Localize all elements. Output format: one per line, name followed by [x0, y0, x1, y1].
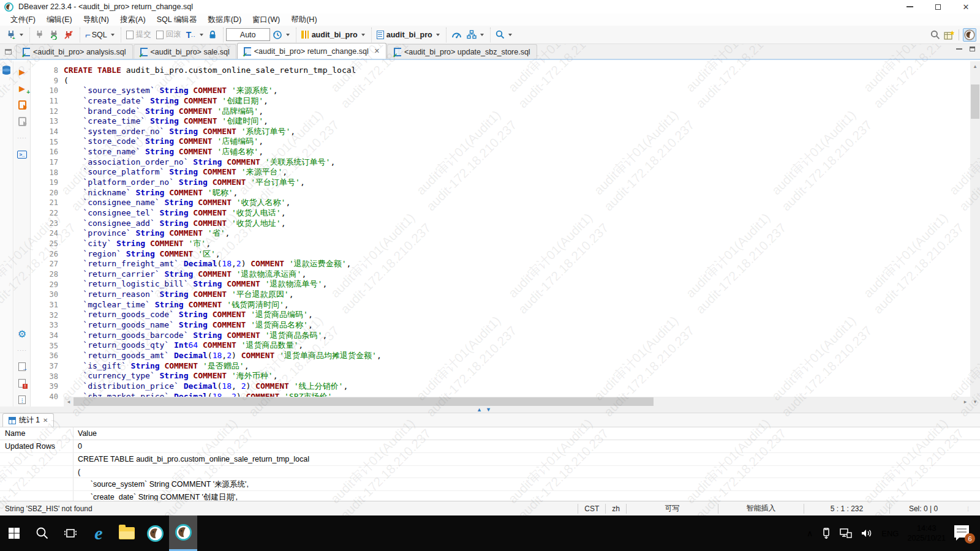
editor-tab-0[interactable]: ✓<audit_bi_pro> analysis.sql: [16, 44, 133, 59]
database-navigator-icon[interactable]: [1, 65, 12, 75]
panel-sash[interactable]: ▲▼: [0, 407, 980, 413]
action-center-button[interactable]: 6: [954, 524, 973, 542]
usb-device-icon[interactable]: [821, 528, 831, 539]
connect-button[interactable]: [32, 29, 47, 40]
schema-selector[interactable]: audit_bi_pro: [374, 29, 442, 40]
column-header-name[interactable]: Name: [0, 427, 74, 440]
connection-selector[interactable]: audit_bi_pro: [299, 29, 368, 40]
vertical-scrollbar[interactable]: ▴ ▾: [970, 61, 980, 407]
clock[interactable]: 14:43 2025/10/21: [907, 523, 946, 543]
result-row-4[interactable]: `create_date` String COMMENT '创建日期',: [0, 491, 980, 501]
window-minimize-button[interactable]: [895, 0, 924, 13]
new-connection-button[interactable]: +: [4, 29, 26, 41]
column-header-value[interactable]: Value: [74, 427, 980, 440]
line-number: 15: [31, 137, 58, 148]
line-number: 11: [31, 96, 58, 107]
rollback-button[interactable]: 回滚: [154, 28, 184, 41]
code-line: `currency_type` String COMMENT '海外币种',: [64, 371, 970, 381]
explain-plan-icon[interactable]: [17, 116, 28, 127]
taskbar-search-button[interactable]: [28, 515, 56, 551]
code-area[interactable]: CREATE TABLE audit_bi_pro.custom_online_…: [64, 61, 970, 397]
menu-item-3[interactable]: 搜索(A): [115, 13, 151, 26]
sash-down-icon[interactable]: ▼: [486, 407, 491, 413]
reconnect-button[interactable]: [47, 29, 61, 41]
dashboard-button[interactable]: [449, 29, 464, 41]
statistics-view-icon[interactable]: ⋮: [17, 394, 28, 405]
open-perspective-icon[interactable]: [944, 30, 955, 40]
window-close-button[interactable]: ✕: [952, 0, 980, 13]
search-menu-button[interactable]: [493, 29, 514, 40]
hscroll-thumb[interactable]: [74, 397, 654, 406]
sitemap-icon: [467, 30, 477, 39]
scroll-left-icon[interactable]: ◂: [64, 397, 74, 407]
sash-up-icon[interactable]: ▲: [477, 407, 482, 413]
result-row-1[interactable]: CREATE TABLE audit_bi_pro.custom_online_…: [0, 453, 980, 466]
dbeaver-taskbar-button[interactable]: [141, 515, 169, 551]
dbeaver-perspective-button[interactable]: [963, 28, 976, 42]
line-number: 8: [31, 66, 58, 76]
menu-item-4[interactable]: SQL 编辑器: [151, 13, 203, 26]
editor-tab-1[interactable]: ✓<audit_bi_pro> sale.sql: [134, 44, 236, 59]
autocommit-combo[interactable]: Auto: [226, 28, 270, 41]
quick-search-icon[interactable]: [930, 30, 940, 40]
sql-editor[interactable]: ▶ ▶+ ···· >_ ⚙ ···· → ! ⋮ 89101112131415…: [0, 61, 980, 407]
internet-explorer-button[interactable]: e: [85, 515, 113, 551]
output-view-icon[interactable]: →: [17, 361, 28, 372]
ie-icon: e: [94, 524, 102, 542]
dbeaver-perspective-icon: [964, 29, 975, 40]
menu-item-1[interactable]: 编辑(E): [41, 13, 78, 26]
close-tab-icon[interactable]: ✕: [43, 417, 48, 424]
statistics-tab[interactable]: 统计 1 ✕: [2, 413, 54, 427]
menu-item-5[interactable]: 数据库(D): [202, 13, 247, 26]
code-line: `mgclear_time` String COMMENT '钱货两清时间',: [64, 300, 970, 310]
settings-gear-icon[interactable]: ⚙: [17, 328, 28, 339]
vscroll-thumb[interactable]: [971, 84, 979, 119]
start-button[interactable]: [0, 515, 28, 551]
window-restore-button[interactable]: [924, 0, 952, 13]
open-console-icon[interactable]: >_: [17, 149, 28, 160]
file-explorer-button[interactable]: [113, 515, 141, 551]
database-connection-icon: [301, 31, 309, 39]
er-diagram-button[interactable]: [464, 29, 486, 40]
menu-item-7[interactable]: 帮助(H): [285, 13, 322, 26]
code-line: `return_reason` String COMMENT '平台退款原因',: [64, 290, 970, 300]
scroll-right-icon[interactable]: ▸: [960, 397, 970, 407]
transaction-log-button[interactable]: T··: [184, 29, 206, 41]
result-row-3[interactable]: `source_system` String COMMENT '来源系统',: [0, 478, 980, 491]
sql-editor-button[interactable]: ⌐ SQL: [83, 28, 117, 41]
transaction-history-button[interactable]: [270, 29, 292, 41]
task-view-button[interactable]: [56, 515, 85, 551]
menu-item-6[interactable]: 窗口(W): [247, 13, 285, 26]
speaker-icon[interactable]: [861, 528, 873, 539]
menu-item-2[interactable]: 导航(N): [78, 13, 115, 26]
menu-item-0[interactable]: 文件(F): [5, 13, 41, 26]
disconnect-button[interactable]: [61, 29, 76, 41]
execute-statement-icon[interactable]: ▶: [17, 66, 28, 77]
lock-button[interactable]: [206, 29, 219, 40]
scroll-up-icon[interactable]: ▴: [970, 61, 980, 71]
editor-tab-2[interactable]: ✓<audit_bi_pro> return_change.sql✕: [237, 43, 386, 59]
editor-tab-3[interactable]: ✓<audit_bi_pro> update_sbz_store.sql: [387, 44, 537, 59]
dbeaver-taskbar-button-active[interactable]: [169, 515, 197, 551]
horizontal-scrollbar[interactable]: ◂ ▸: [64, 397, 970, 407]
minimize-editor-icon[interactable]: [956, 48, 962, 50]
tray-chevron-icon[interactable]: ∧: [807, 528, 813, 538]
sql-bracket-icon: ⌐: [85, 29, 89, 40]
maximize-editor-icon[interactable]: [970, 47, 975, 51]
language-indicator[interactable]: ENG: [881, 529, 899, 538]
folder-icon: [119, 527, 135, 539]
code-line: `source_platform` String COMMENT '来源平台',: [64, 167, 970, 178]
execute-new-tab-icon[interactable]: ▶+: [17, 83, 28, 94]
network-icon[interactable]: [840, 528, 852, 539]
execute-script-icon[interactable]: [17, 99, 28, 110]
line-number: 34: [31, 331, 58, 341]
commit-button[interactable]: 提交: [124, 28, 154, 41]
scroll-down-icon[interactable]: ▾: [970, 397, 980, 407]
close-tab-icon[interactable]: ✕: [374, 47, 380, 55]
result-row-2[interactable]: (: [0, 466, 980, 479]
statistics-table[interactable]: NameValueUpdated Rows0CREATE TABLE audit…: [0, 427, 980, 501]
problems-view-icon[interactable]: !: [17, 378, 28, 389]
view-menu-icon[interactable]: [0, 44, 16, 59]
result-row-0[interactable]: Updated Rows0: [0, 440, 980, 453]
check-icon: ✓: [243, 51, 247, 58]
